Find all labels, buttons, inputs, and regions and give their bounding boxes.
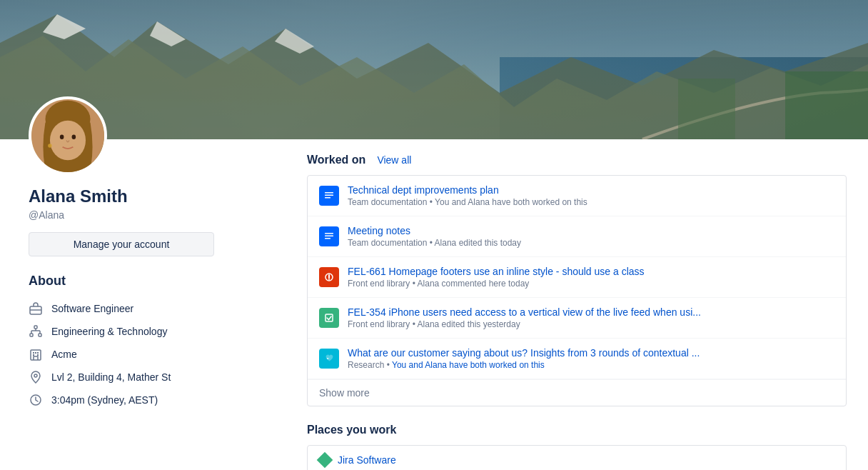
svg-point-11 [50,121,86,161]
work-title-0: Technical dept improvements plan [348,184,834,196]
svg-point-13 [72,135,76,139]
svg-point-14 [48,144,52,148]
svg-rect-35 [325,233,333,234]
work-meta-2: Front end library • Alana commented here… [348,279,834,289]
work-icon-issue-1 [319,267,339,287]
jira-diamond-icon [317,452,333,469]
work-details-1: Meeting notes Team documentation • Alana… [348,225,834,248]
company-text: Acme [51,349,77,360]
about-section: About Software Engineer [29,274,271,411]
svg-rect-27 [37,352,39,354]
svg-rect-24 [31,350,41,360]
work-meta-0: Team documentation • You and Alana have … [348,197,834,207]
svg-rect-18 [30,334,33,336]
avatar-svg [31,96,104,175]
work-title-4: What are our customer saying about us? I… [348,347,834,359]
work-item-3[interactable]: FEL-354 iPhone users need access to a ve… [308,298,846,339]
page-wrapper: Alana Smith @Alana Manage your account A… [0,0,868,470]
svg-rect-17 [34,326,37,329]
work-details-4: What are our customer saying about us? I… [348,347,834,370]
about-item-company: Acme [29,343,271,366]
work-icon-issue-2 [319,308,339,328]
pin-icon [29,370,43,384]
view-all-link[interactable]: View all [377,154,411,166]
svg-rect-33 [325,195,333,196]
department-text: Engineering & Technology [51,326,167,337]
worked-on-title: Worked on [307,154,365,166]
svg-rect-28 [33,354,34,356]
svg-point-30 [34,374,37,377]
svg-point-12 [60,135,64,139]
show-more-button[interactable]: Show more [308,379,846,406]
work-details-0: Technical dept improvements plan Team do… [348,184,834,207]
work-title-3: FEL-354 iPhone users need access to a ve… [348,306,834,318]
places-card: Jira Software [307,445,847,470]
about-item-dept: Engineering & Technology [29,320,271,343]
svg-rect-32 [325,192,333,194]
sidebar: Alana Smith @Alana Manage your account A… [0,139,286,470]
place-item-jira[interactable]: Jira Software [308,446,846,470]
work-icon-doc-1 [319,186,339,206]
svg-text:": " [327,357,329,362]
work-details-3: FEL-354 iPhone users need access to a ve… [348,306,834,329]
building-icon [29,347,43,361]
svg-rect-25 [33,352,34,354]
clock-icon [29,393,43,407]
work-title-1: Meeting notes [348,225,834,236]
avatar-wrapper [29,96,271,175]
right-content: Worked on View all Technical dept improv… [286,139,868,470]
work-title-2: FEL-661 Homepage footers use an inline s… [348,266,834,277]
work-item-4[interactable]: " What are our customer saying about us?… [308,339,846,379]
svg-rect-37 [325,238,330,239]
worked-on-header: Worked on View all [307,154,847,166]
about-item-time: 3:04pm (Sydney, AEST) [29,389,271,411]
svg-point-40 [328,279,330,280]
work-meta-3: Front end library • Alana edited this ye… [348,319,834,329]
about-title: About [29,274,271,289]
svg-rect-19 [39,334,41,336]
job-title-text: Software Engineer [51,303,133,314]
work-item-0[interactable]: Technical dept improvements plan Team do… [308,176,846,216]
work-item-1[interactable]: Meeting notes Team documentation • Alana… [308,216,846,257]
svg-rect-29 [37,354,39,356]
about-item-location: Lvl 2, Building 4, Mather St [29,366,271,389]
places-section: Places you work Jira Software [307,424,847,470]
about-item-job: Software Engineer [29,297,271,320]
user-handle: @Alana [29,209,271,221]
user-name: Alana Smith [29,186,271,206]
work-meta-4: Research • You and Alana have both worke… [348,360,834,370]
briefcase-icon [29,301,43,316]
svg-rect-7 [785,71,868,139]
svg-rect-34 [325,197,330,199]
org-chart-icon [29,324,43,339]
place-name-jira: Jira Software [338,454,396,466]
work-meta-1: Team documentation • Alana edited this t… [348,238,834,248]
time-text: 3:04pm (Sydney, AEST) [51,394,158,406]
avatar [29,96,107,175]
main-content: Alana Smith @Alana Manage your account A… [0,139,868,470]
work-icon-research: " [319,349,339,369]
work-icon-doc-2 [319,226,339,246]
worked-on-card: Technical dept improvements plan Team do… [307,175,847,406]
svg-rect-36 [325,236,333,237]
svg-rect-8 [678,79,735,139]
manage-account-button[interactable]: Manage your account [29,232,214,256]
work-details-2: FEL-661 Homepage footers use an inline s… [348,266,834,289]
svg-rect-26 [35,352,36,354]
places-title: Places you work [307,424,847,436]
location-text: Lvl 2, Building 4, Mather St [51,371,171,383]
work-meta-link-4[interactable]: You and Alana have both worked on this [392,360,545,370]
work-item-2[interactable]: FEL-661 Homepage footers use an inline s… [308,257,846,298]
